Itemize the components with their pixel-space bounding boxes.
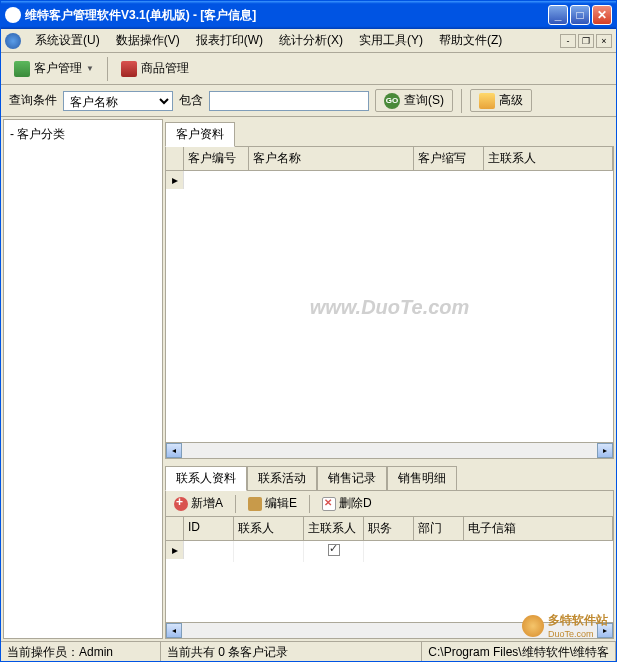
edit-label: 编辑E: [265, 495, 297, 512]
product-icon: [121, 61, 137, 77]
contact-scroll-left-button[interactable]: ◂: [166, 623, 182, 638]
search-separator: [461, 89, 462, 113]
mdi-restore-button[interactable]: ❐: [578, 34, 594, 48]
search-bar: 查询条件 客户名称 包含 GO 查询(S) 高级: [1, 85, 616, 117]
advanced-icon: [479, 93, 495, 109]
mdi-minimize-button[interactable]: -: [560, 34, 576, 48]
delete-icon: [322, 497, 336, 511]
criteria-label: 查询条件: [9, 92, 57, 109]
customer-grid-hscroll[interactable]: ◂ ▸: [166, 442, 613, 458]
contact-toolbar: 新增A 编辑E 删除D: [165, 490, 614, 516]
menu-stats[interactable]: 统计分析(X): [271, 30, 351, 51]
add-label: 新增A: [191, 495, 223, 512]
watermark-text: www.DuoTe.com: [310, 295, 470, 318]
maximize-button[interactable]: □: [570, 5, 590, 25]
menubar: 系统设置(U) 数据操作(V) 报表打印(W) 统计分析(X) 实用工具(Y) …: [1, 29, 616, 53]
category-tree-panel: - 客户分类: [3, 119, 163, 639]
menu-tools[interactable]: 实用工具(Y): [351, 30, 431, 51]
col-contact-email[interactable]: 电子信箱: [464, 517, 613, 540]
scroll-right-button[interactable]: ▸: [597, 443, 613, 458]
scroll-track[interactable]: [182, 443, 597, 458]
search-input[interactable]: [209, 91, 369, 111]
search-field-select[interactable]: 客户名称: [63, 91, 173, 111]
statusbar: 当前操作员：Admin 当前共有 0 条客户记录 C:\Program File…: [1, 641, 616, 661]
col-customer-name[interactable]: 客户名称: [249, 147, 414, 170]
contact-toolbar-sep1: [235, 495, 236, 513]
customer-grid: 客户编号 客户名称 客户缩写 主联系人 ▸ www.DuoTe.com ◂ ▸: [165, 146, 614, 459]
search-button[interactable]: GO 查询(S): [375, 89, 453, 112]
toolbar-separator: [107, 57, 108, 81]
customer-icon: [14, 61, 30, 77]
dropdown-arrow-icon: ▼: [86, 64, 94, 73]
tab-sales-detail[interactable]: 销售明细: [387, 466, 457, 491]
main-toolbar: 客户管理 ▼ 商品管理: [1, 53, 616, 85]
customer-mgmt-button[interactable]: 客户管理 ▼: [7, 56, 101, 81]
status-path: C:\Program Files\维特软件\维特客: [422, 642, 616, 661]
menu-help[interactable]: 帮助文件(Z): [431, 30, 510, 51]
app-icon: [5, 7, 21, 23]
go-icon: GO: [384, 93, 400, 109]
customer-tab-row: 客户资料: [165, 119, 614, 146]
customer-mgmt-label: 客户管理: [34, 60, 82, 77]
edit-contact-button[interactable]: 编辑E: [244, 493, 301, 514]
col-primary-contact[interactable]: 主联系人: [484, 147, 613, 170]
advanced-label: 高级: [499, 92, 523, 109]
contact-grid: ID 联系人 主联系人 职务 部门 电子信箱 ▸: [165, 516, 614, 639]
product-mgmt-label: 商品管理: [141, 60, 189, 77]
col-contact-id[interactable]: ID: [184, 517, 234, 540]
add-contact-button[interactable]: 新增A: [170, 493, 227, 514]
status-record-count: 当前共有 0 条客户记录: [161, 642, 422, 661]
detail-tab-row: 联系人资料 联系活动 销售记录 销售明细: [165, 463, 614, 490]
customer-grid-body[interactable]: ▸ www.DuoTe.com: [166, 171, 613, 442]
menu-system[interactable]: 系统设置(U): [27, 30, 108, 51]
menubar-app-icon: [5, 33, 21, 49]
col-contact-primary[interactable]: 主联系人: [304, 517, 364, 540]
delete-label: 删除D: [339, 495, 372, 512]
row-selector-header: [166, 147, 184, 170]
menu-data[interactable]: 数据操作(V): [108, 30, 188, 51]
contact-toolbar-sep2: [309, 495, 310, 513]
contact-grid-hscroll[interactable]: ◂ ▸: [166, 622, 613, 638]
search-button-label: 查询(S): [404, 92, 444, 109]
col-customer-id[interactable]: 客户编号: [184, 147, 249, 170]
titlebar: 维特客户管理软件V3.1(单机版) - [客户信息] _ □ ✕: [1, 1, 616, 29]
advanced-search-button[interactable]: 高级: [470, 89, 532, 112]
menu-report[interactable]: 报表打印(W): [188, 30, 271, 51]
tab-customer-data[interactable]: 客户资料: [165, 122, 235, 147]
tab-sales-record[interactable]: 销售记录: [317, 466, 387, 491]
delete-contact-button[interactable]: 删除D: [318, 493, 376, 514]
contact-scroll-right-button[interactable]: ▸: [597, 623, 613, 638]
product-mgmt-button[interactable]: 商品管理: [114, 56, 196, 81]
tab-contact-activity[interactable]: 联系活动: [247, 466, 317, 491]
contains-label: 包含: [179, 92, 203, 109]
mdi-close-button[interactable]: ×: [596, 34, 612, 48]
col-contact-dept[interactable]: 部门: [414, 517, 464, 540]
close-button[interactable]: ✕: [592, 5, 612, 25]
contact-grid-body[interactable]: ▸: [166, 541, 613, 622]
status-operator: 当前操作员：Admin: [1, 642, 161, 661]
edit-icon: [248, 497, 262, 511]
contact-scroll-track[interactable]: [182, 623, 597, 638]
scroll-left-button[interactable]: ◂: [166, 443, 182, 458]
contact-row-indicator: ▸: [166, 541, 184, 559]
contact-row-selector-header: [166, 517, 184, 540]
current-row-indicator: ▸: [166, 171, 184, 189]
add-icon: [174, 497, 188, 511]
col-contact-title[interactable]: 职务: [364, 517, 414, 540]
col-contact-name[interactable]: 联系人: [234, 517, 304, 540]
primary-contact-checkbox[interactable]: [328, 544, 340, 556]
window-title: 维特客户管理软件V3.1(单机版) - [客户信息]: [25, 7, 548, 24]
minimize-button[interactable]: _: [548, 5, 568, 25]
col-customer-abbr[interactable]: 客户缩写: [414, 147, 484, 170]
tree-root-node[interactable]: - 客户分类: [8, 124, 158, 145]
tab-contact-data[interactable]: 联系人资料: [165, 466, 247, 491]
